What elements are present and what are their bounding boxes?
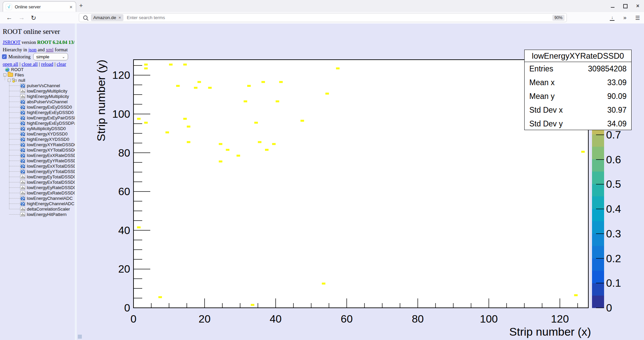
sidebar-tree-item-pulserVsChannel[interactable]: pulserVsChannel [3,83,74,88]
x-tick-label: 100 [480,313,498,325]
hist2d-icon [20,202,25,206]
sidebar-tree-item-root[interactable]: ROOT [3,67,74,72]
sidebar-tree-item-lowEnergyExXTotalDSSD0[interactable]: lowEnergyExXTotalDSSD0 [3,163,74,169]
sidebar-tree-item-lowEnergyExXRateDSSD0[interactable]: lowEnergyExXRateDSSD0 [3,153,74,158]
sidebar-tree-item-lowEnergyExEyDSSD0[interactable]: lowEnergyExEyDSSD0 [3,104,74,110]
sidebar-tree-item-highEnergyMultiplicity[interactable]: highEnergyMultiplicity [3,94,74,99]
colorbar-tick-label: 0.6 [606,154,621,166]
colorbar-band [592,233,604,246]
sidebar-tree-item-lowEnergyExRateDSSD0[interactable]: lowEnergyExRateDSSD0 [3,190,74,195]
monitoring-select[interactable]: simple ⌄ [33,53,68,60]
sidebar-tree-item-deltaCorrelationScaler[interactable]: deltaCorrelationScaler [3,206,74,212]
address-bar[interactable]: Amazon.de × Enter search terms 90% [79,13,567,22]
resize-grip[interactable] [78,335,82,339]
heatmap-bin [137,118,141,120]
monitoring-checkbox[interactable]: ✓ [2,54,7,59]
sidebar-tree-item-lowEnergyEyTotalDSSD0[interactable]: lowEnergyEyTotalDSSD0 [3,174,74,179]
sidebar-tree-item-highEnergyExEyDSSD0[interactable]: highEnergyExEyDSSD0 [3,110,74,115]
action-link-clear[interactable]: clear [57,61,66,67]
sidebar-tree-item-lowEnergyChannelADC[interactable]: lowEnergyChannelADC [3,195,74,201]
colorbar-band [592,184,604,196]
heatmap-bin [272,143,276,145]
close-button[interactable]: × [636,3,639,9]
sidebar-tree-item-files[interactable]: −Files [3,72,74,77]
new-tab-button[interactable]: + [79,2,83,9]
search-input[interactable]: Enter search terms [127,15,552,20]
colorbar-tick-label: 0 [606,302,612,314]
sidebar-tree-item-lowEnergyXYRateDSSD0[interactable]: lowEnergyXYRateDSSD0 [3,142,74,147]
chip-close-icon[interactable]: × [118,15,121,20]
colorbar-band [592,221,604,234]
action-link-reload[interactable]: reload [41,61,53,67]
overflow-chevrons-icon[interactable]: » [623,14,626,21]
colorbar-band [592,283,604,296]
link-separator: | [38,61,41,67]
heatmap-bin [144,122,148,124]
maximize-button[interactable] [623,4,628,8]
sidebar-tree-item-lowEnergyEyYTotalDSSD0[interactable]: lowEnergyEyYTotalDSSD0 [3,169,74,174]
heatmap-bin [169,64,173,66]
tab-online-server[interactable]: √ Online server × [3,1,76,12]
jsroot-link[interactable]: JSROOT [3,40,20,45]
heatmap-bin [208,87,212,89]
tree-item-label: lowEnergyExEyDSSD0 [27,105,72,110]
sidebar-tree-item-null[interactable]: −null [3,77,74,83]
json-link[interactable]: json [29,47,37,52]
sidebar-tree-item-lowEnergyExEyPairDSSD0[interactable]: lowEnergyExEyPairDSSD0 [3,115,74,120]
sidebar-tree-item-lowEnergyXYDSSD0[interactable]: lowEnergyXYDSSD0 [3,131,74,136]
colorbar-band [592,271,604,283]
sidebar-tree-item-highEnergyChannelADC[interactable]: highEnergyChannelADC [3,201,74,206]
heatmap-bin [574,294,578,296]
hierarchy-mid: and [37,47,46,52]
hist2d-icon [20,137,25,141]
hist2d-icon [20,116,25,120]
heatmap-bin [226,149,229,151]
tree-item-label: xyMultiplicityDSSD0 [27,126,66,131]
forward-button[interactable]: → [18,14,25,21]
stats-label: Mean y [529,92,554,101]
tab-close-icon[interactable]: × [69,4,73,10]
tree-connector [9,155,20,156]
sidebar-tree-item-lowEnergyMultiplicity[interactable]: lowEnergyMultiplicity [3,88,74,94]
action-link-open-all[interactable]: open all [3,61,18,67]
tree-connector [9,102,20,102]
tab-bar: √ Online server × + × [0,0,644,12]
tree-item-label: lowEnergyEyYTotalDSSD0 [27,169,75,174]
minimize-button[interactable] [611,5,614,8]
reload-button[interactable]: ↻ [31,14,36,22]
stats-value: 34.09 [607,119,627,128]
sidebar-tree-item-lowEnergyEyRateDSSD0[interactable]: lowEnergyEyRateDSSD0 [3,185,74,190]
xml-link[interactable]: xml [46,47,54,52]
sidebar-tree-item-xyMultiplicityDSSD0[interactable]: xyMultiplicityDSSD0 [3,126,74,131]
hist1d-icon [20,207,25,211]
sidebar-tree-item-lowEnergyXYTotalDSSD0[interactable]: lowEnergyXYTotalDSSD0 [3,147,74,153]
back-button[interactable]: ← [6,14,12,21]
y-tick-label: 60 [118,185,130,197]
colorbar-tick-label: 0.1 [606,277,621,289]
sidebar-tree-item-absPulserVsChannel[interactable]: absPulserVsChannel [3,99,74,104]
action-link-close-all[interactable]: close all [21,61,38,67]
sidebar-tree-item-lowEnergyEyYRateDSSD0[interactable]: lowEnergyEyYRateDSSD0 [3,158,74,163]
tree-item-label: lowEnergyMultiplicity [27,89,67,94]
tree-item-label: lowEnergyEyRateDSSD0 [27,185,75,190]
colorbar-tick-label: 0.4 [606,203,621,215]
menu-hamburger-icon[interactable]: ☰ [635,15,640,21]
sidebar-tree-item-highEnergyXYDSSD0[interactable]: highEnergyXYDSSD0 [3,136,74,142]
downloads-icon[interactable]: ↓ [610,15,614,21]
search-engine-chip[interactable]: Amazon.de × [91,14,123,21]
stats-row-std-dev-x: Std Dev x30.97 [525,103,631,117]
hist2d-icon [20,110,25,115]
tree-connector [9,182,20,182]
y-axis-title: Strip number (y) [95,60,107,141]
y-tick-label: 0 [124,302,130,314]
tree-connector [9,214,20,215]
stats-box[interactable]: lowEnergyXYRateDSSD0 Entries309854208 Me… [524,50,632,130]
zoom-level-badge[interactable]: 90% [552,15,565,21]
sidebar-tree-item-lowEnergyHitPattern[interactable]: lowEnergyHitPattern [3,212,74,217]
tree-connector [9,86,20,86]
sidebar-tree-item-highEnergyExEyDSSDPair0[interactable]: highEnergyExEyDSSDPair0 [3,120,74,126]
y-tick-label: 40 [118,224,130,236]
sidebar-tree-item-lowEnergyExTotalDSSD0[interactable]: lowEnergyExTotalDSSD0 [3,179,74,185]
heatmap-bin [236,155,240,157]
hist2d-icon [20,126,25,131]
